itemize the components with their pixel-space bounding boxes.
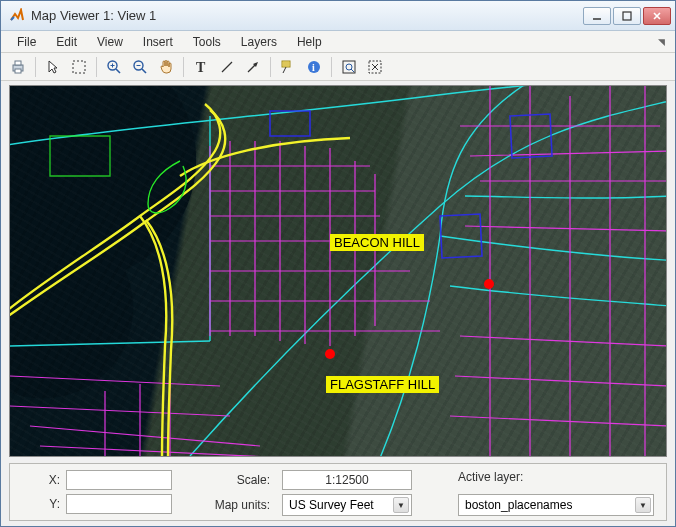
x-label: X:	[42, 473, 60, 487]
marquee-icon	[71, 59, 87, 75]
menu-view[interactable]: View	[87, 33, 133, 51]
scale-label: Scale:	[214, 473, 270, 487]
map-viewport[interactable]: BEACON HILL FLAGSTAFF HILL	[9, 85, 667, 457]
chevron-down-icon: ▼	[393, 497, 409, 513]
active-layer-value: boston_placenames	[465, 498, 572, 512]
info-button[interactable]: i	[303, 56, 325, 78]
insert-arrow-button[interactable]	[242, 56, 264, 78]
svg-rect-5	[73, 61, 85, 73]
status-panel: X: Y: Scale: 1:12500 Map units: US Surve…	[9, 463, 667, 521]
print-button[interactable]	[7, 56, 29, 78]
text-icon: T	[193, 59, 209, 75]
map-units-select[interactable]: US Survey Feet ▼	[282, 494, 412, 516]
svg-rect-4	[15, 69, 21, 73]
back-to-previous-view-button[interactable]	[364, 56, 386, 78]
placename-marker	[484, 279, 494, 289]
datatip-button[interactable]	[277, 56, 299, 78]
menu-overflow-icon[interactable]: ◥	[654, 35, 669, 49]
prev-view-icon	[367, 59, 383, 75]
toolbar: T i	[1, 53, 675, 81]
menu-help[interactable]: Help	[287, 33, 332, 51]
svg-line-24	[351, 69, 354, 72]
print-icon	[10, 59, 26, 75]
zoom-in-icon	[106, 59, 122, 75]
menu-insert[interactable]: Insert	[133, 33, 183, 51]
menu-tools[interactable]: Tools	[183, 33, 231, 51]
line-icon	[219, 59, 235, 75]
info-icon: i	[306, 59, 322, 75]
pan-icon	[158, 59, 174, 75]
svg-line-17	[283, 67, 286, 73]
toolbar-separator	[96, 57, 97, 77]
maximize-button[interactable]	[613, 7, 641, 25]
y-coordinate-field	[66, 494, 172, 514]
svg-text:T: T	[196, 60, 206, 75]
svg-line-11	[142, 69, 146, 73]
active-layer-label: Active layer:	[458, 470, 523, 484]
active-layer-select[interactable]: boston_placenames ▼	[458, 494, 654, 516]
svg-rect-1	[623, 12, 631, 20]
zoom-out-button[interactable]	[129, 56, 151, 78]
map-units-label: Map units:	[214, 498, 270, 512]
arrow-icon	[245, 59, 261, 75]
title-bar: Map Viewer 1: View 1	[1, 1, 675, 31]
chevron-down-icon: ▼	[635, 497, 651, 513]
select-area-button[interactable]	[68, 56, 90, 78]
close-button[interactable]	[643, 7, 671, 25]
fit-to-window-button[interactable]	[338, 56, 360, 78]
minimize-button[interactable]	[583, 7, 611, 25]
app-icon	[9, 8, 25, 24]
window-title: Map Viewer 1: View 1	[31, 8, 581, 23]
placename-label-beacon-hill: BEACON HILL	[330, 234, 424, 251]
placename-label-flagstaff-hill: FLAGSTAFF HILL	[326, 376, 439, 393]
menu-edit[interactable]: Edit	[46, 33, 87, 51]
roads-layer	[10, 86, 667, 457]
pointer-button[interactable]	[42, 56, 64, 78]
fit-icon	[341, 59, 357, 75]
insert-line-button[interactable]	[216, 56, 238, 78]
x-coordinate-field	[66, 470, 172, 490]
scale-field[interactable]: 1:12500	[282, 470, 412, 490]
placename-marker	[325, 349, 335, 359]
zoom-out-icon	[132, 59, 148, 75]
menu-file[interactable]: File	[7, 33, 46, 51]
menu-bar: File Edit View Insert Tools Layers Help …	[1, 31, 675, 53]
svg-rect-16	[282, 61, 290, 67]
pointer-icon	[45, 59, 61, 75]
menu-layers[interactable]: Layers	[231, 33, 287, 51]
svg-text:i: i	[312, 62, 315, 73]
pan-button[interactable]	[155, 56, 177, 78]
annotate-icon	[280, 59, 296, 75]
map-units-value: US Survey Feet	[289, 498, 374, 512]
insert-text-button[interactable]: T	[190, 56, 212, 78]
y-label: Y:	[42, 497, 60, 511]
svg-line-14	[222, 62, 232, 72]
svg-rect-3	[15, 61, 21, 65]
toolbar-separator	[35, 57, 36, 77]
toolbar-separator	[331, 57, 332, 77]
zoom-in-button[interactable]	[103, 56, 125, 78]
toolbar-separator	[270, 57, 271, 77]
toolbar-separator	[183, 57, 184, 77]
svg-line-7	[116, 69, 120, 73]
